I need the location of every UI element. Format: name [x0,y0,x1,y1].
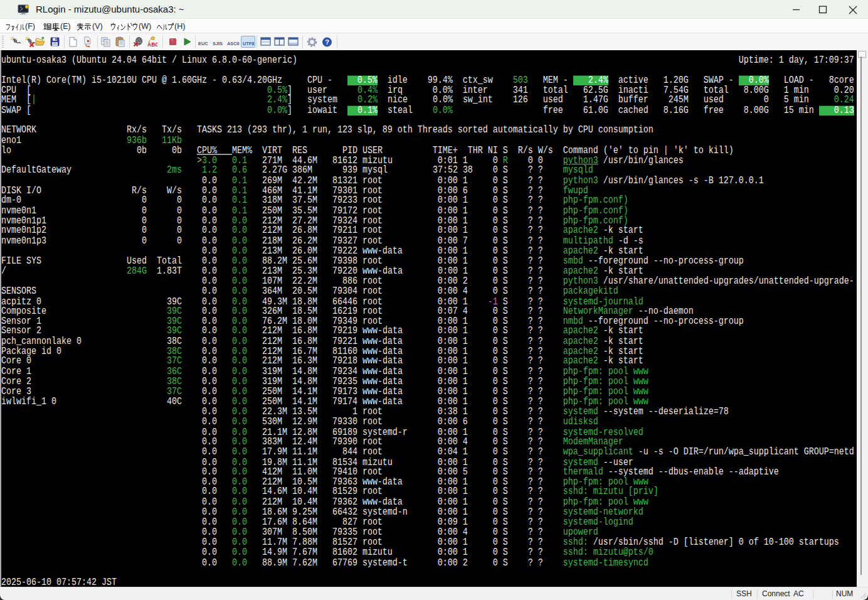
svg-text:ABC: ABC [147,41,157,48]
svg-text:EUC: EUC [198,41,208,46]
svg-text:SJIS: SJIS [213,41,223,46]
svg-text:UTF8: UTF8 [243,41,255,46]
svg-text:ASCII: ASCII [227,41,240,46]
svg-text:?: ? [325,38,329,46]
